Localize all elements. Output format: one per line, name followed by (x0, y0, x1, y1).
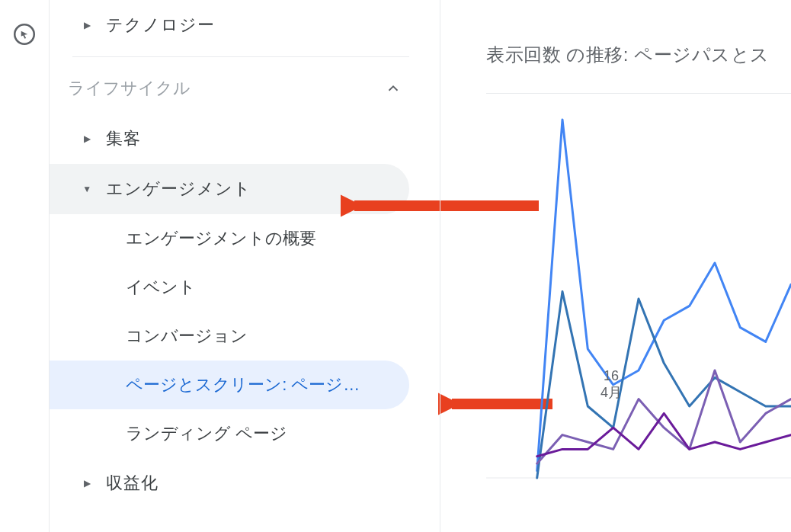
expanded-arrow-icon: ▼ (68, 184, 106, 194)
x-tick-month: 4月 (600, 384, 622, 401)
subitem-landing-page[interactable]: ランディング ページ (50, 409, 432, 458)
sidebar-item-label: 収益化 (106, 472, 159, 495)
sidebar-nav: ▶ テクノロジー ライフサイクル ▶ 集客 ▼ エンゲージメント エンゲージメン… (50, 0, 432, 532)
sidebar-item-label: テクノロジー (106, 14, 215, 37)
left-rail (0, 0, 50, 532)
chart-title: 表示回数 の推移: ページパスとス (486, 43, 791, 67)
divider (486, 93, 791, 94)
subitem-engagement-overview[interactable]: エンゲージメントの概要 (50, 214, 432, 263)
subitem-events[interactable]: イベント (50, 263, 432, 312)
section-label: ライフサイクル (68, 77, 191, 100)
sidebar-item-label: 集客 (106, 127, 141, 150)
section-lifecycle-header[interactable]: ライフサイクル (50, 63, 432, 114)
subitem-pages-screens[interactable]: ページとスクリーン: ページ… (50, 361, 409, 409)
cursor-pointer-icon[interactable] (11, 21, 37, 50)
line-chart (486, 120, 791, 478)
subitem-label: コンバージョン (126, 325, 248, 348)
sidebar-item-technology[interactable]: ▶ テクノロジー (50, 0, 432, 50)
collapsed-arrow-icon: ▶ (68, 20, 106, 30)
chevron-up-icon (385, 80, 402, 97)
x-tick-value: 16 (600, 367, 622, 384)
content-pane: 表示回数 の推移: ページパスとス 16 4月 (440, 0, 791, 532)
subitem-label: エンゲージメントの概要 (126, 227, 316, 250)
x-axis-label: 16 4月 (600, 367, 622, 401)
sidebar-item-acquisition[interactable]: ▶ 集客 (50, 114, 432, 164)
sidebar-item-engagement[interactable]: ▼ エンゲージメント (50, 164, 409, 214)
collapsed-arrow-icon: ▶ (68, 478, 106, 489)
subitem-conversions[interactable]: コンバージョン (50, 312, 432, 361)
subitem-label: ページとスクリーン: ページ… (126, 373, 360, 396)
sidebar-item-label: エンゲージメント (106, 178, 251, 200)
divider (72, 56, 409, 57)
subitem-label: ランディング ページ (126, 422, 287, 445)
sidebar-item-monetization[interactable]: ▶ 収益化 (50, 458, 432, 508)
subitem-label: イベント (126, 276, 196, 299)
collapsed-arrow-icon: ▶ (68, 133, 106, 144)
